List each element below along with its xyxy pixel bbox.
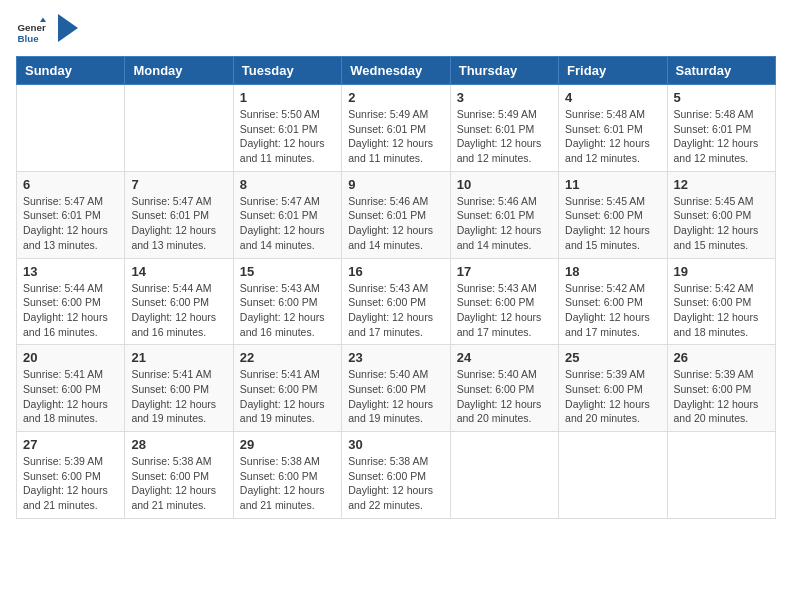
calendar-cell: 24Sunrise: 5:40 AM Sunset: 6:00 PM Dayli… [450, 345, 558, 432]
calendar-cell: 26Sunrise: 5:39 AM Sunset: 6:00 PM Dayli… [667, 345, 775, 432]
day-info: Sunrise: 5:45 AM Sunset: 6:00 PM Dayligh… [674, 194, 769, 253]
day-number: 15 [240, 264, 335, 279]
day-info: Sunrise: 5:50 AM Sunset: 6:01 PM Dayligh… [240, 107, 335, 166]
generalblue-logo-icon: General Blue [16, 16, 46, 46]
calendar-week-4: 20Sunrise: 5:41 AM Sunset: 6:00 PM Dayli… [17, 345, 776, 432]
day-number: 2 [348, 90, 443, 105]
weekday-header-row: SundayMondayTuesdayWednesdayThursdayFrid… [17, 57, 776, 85]
calendar-cell: 4Sunrise: 5:48 AM Sunset: 6:01 PM Daylig… [559, 85, 667, 172]
logo-arrow-icon [58, 14, 78, 42]
day-number: 17 [457, 264, 552, 279]
day-number: 3 [457, 90, 552, 105]
day-info: Sunrise: 5:46 AM Sunset: 6:01 PM Dayligh… [348, 194, 443, 253]
day-info: Sunrise: 5:45 AM Sunset: 6:00 PM Dayligh… [565, 194, 660, 253]
day-info: Sunrise: 5:47 AM Sunset: 6:01 PM Dayligh… [23, 194, 118, 253]
day-number: 4 [565, 90, 660, 105]
calendar-cell [667, 432, 775, 519]
day-info: Sunrise: 5:48 AM Sunset: 6:01 PM Dayligh… [565, 107, 660, 166]
calendar-week-2: 6Sunrise: 5:47 AM Sunset: 6:01 PM Daylig… [17, 171, 776, 258]
calendar-cell: 19Sunrise: 5:42 AM Sunset: 6:00 PM Dayli… [667, 258, 775, 345]
day-info: Sunrise: 5:41 AM Sunset: 6:00 PM Dayligh… [23, 367, 118, 426]
day-number: 13 [23, 264, 118, 279]
calendar-cell: 20Sunrise: 5:41 AM Sunset: 6:00 PM Dayli… [17, 345, 125, 432]
calendar-cell: 1Sunrise: 5:50 AM Sunset: 6:01 PM Daylig… [233, 85, 341, 172]
calendar-week-3: 13Sunrise: 5:44 AM Sunset: 6:00 PM Dayli… [17, 258, 776, 345]
weekday-header-sunday: Sunday [17, 57, 125, 85]
day-number: 23 [348, 350, 443, 365]
day-number: 26 [674, 350, 769, 365]
calendar-cell: 27Sunrise: 5:39 AM Sunset: 6:00 PM Dayli… [17, 432, 125, 519]
day-number: 10 [457, 177, 552, 192]
calendar-cell [125, 85, 233, 172]
day-info: Sunrise: 5:38 AM Sunset: 6:00 PM Dayligh… [240, 454, 335, 513]
calendar-cell: 7Sunrise: 5:47 AM Sunset: 6:01 PM Daylig… [125, 171, 233, 258]
day-number: 11 [565, 177, 660, 192]
calendar-cell [559, 432, 667, 519]
svg-marker-3 [58, 14, 78, 42]
day-number: 24 [457, 350, 552, 365]
calendar-cell: 28Sunrise: 5:38 AM Sunset: 6:00 PM Dayli… [125, 432, 233, 519]
day-number: 28 [131, 437, 226, 452]
weekday-header-monday: Monday [125, 57, 233, 85]
day-info: Sunrise: 5:41 AM Sunset: 6:00 PM Dayligh… [240, 367, 335, 426]
calendar-cell: 3Sunrise: 5:49 AM Sunset: 6:01 PM Daylig… [450, 85, 558, 172]
calendar-cell: 12Sunrise: 5:45 AM Sunset: 6:00 PM Dayli… [667, 171, 775, 258]
day-info: Sunrise: 5:38 AM Sunset: 6:00 PM Dayligh… [131, 454, 226, 513]
calendar-cell: 10Sunrise: 5:46 AM Sunset: 6:01 PM Dayli… [450, 171, 558, 258]
day-info: Sunrise: 5:46 AM Sunset: 6:01 PM Dayligh… [457, 194, 552, 253]
calendar-cell: 2Sunrise: 5:49 AM Sunset: 6:01 PM Daylig… [342, 85, 450, 172]
day-number: 27 [23, 437, 118, 452]
calendar-week-5: 27Sunrise: 5:39 AM Sunset: 6:00 PM Dayli… [17, 432, 776, 519]
svg-marker-2 [40, 18, 46, 23]
calendar-cell [450, 432, 558, 519]
weekday-header-wednesday: Wednesday [342, 57, 450, 85]
day-number: 7 [131, 177, 226, 192]
day-number: 21 [131, 350, 226, 365]
calendar-table: SundayMondayTuesdayWednesdayThursdayFrid… [16, 56, 776, 519]
day-number: 25 [565, 350, 660, 365]
day-info: Sunrise: 5:44 AM Sunset: 6:00 PM Dayligh… [131, 281, 226, 340]
day-info: Sunrise: 5:43 AM Sunset: 6:00 PM Dayligh… [457, 281, 552, 340]
day-info: Sunrise: 5:40 AM Sunset: 6:00 PM Dayligh… [457, 367, 552, 426]
calendar-cell: 22Sunrise: 5:41 AM Sunset: 6:00 PM Dayli… [233, 345, 341, 432]
logo: General Blue [16, 16, 78, 46]
svg-text:General: General [18, 22, 47, 33]
weekday-header-tuesday: Tuesday [233, 57, 341, 85]
day-info: Sunrise: 5:41 AM Sunset: 6:00 PM Dayligh… [131, 367, 226, 426]
day-info: Sunrise: 5:40 AM Sunset: 6:00 PM Dayligh… [348, 367, 443, 426]
day-number: 18 [565, 264, 660, 279]
day-info: Sunrise: 5:43 AM Sunset: 6:00 PM Dayligh… [240, 281, 335, 340]
day-info: Sunrise: 5:42 AM Sunset: 6:00 PM Dayligh… [674, 281, 769, 340]
day-info: Sunrise: 5:48 AM Sunset: 6:01 PM Dayligh… [674, 107, 769, 166]
calendar-cell [17, 85, 125, 172]
day-number: 6 [23, 177, 118, 192]
day-number: 20 [23, 350, 118, 365]
calendar-cell: 29Sunrise: 5:38 AM Sunset: 6:00 PM Dayli… [233, 432, 341, 519]
header: General Blue [16, 16, 776, 46]
day-number: 30 [348, 437, 443, 452]
day-number: 29 [240, 437, 335, 452]
calendar-cell: 18Sunrise: 5:42 AM Sunset: 6:00 PM Dayli… [559, 258, 667, 345]
calendar-cell: 30Sunrise: 5:38 AM Sunset: 6:00 PM Dayli… [342, 432, 450, 519]
calendar-cell: 8Sunrise: 5:47 AM Sunset: 6:01 PM Daylig… [233, 171, 341, 258]
day-info: Sunrise: 5:47 AM Sunset: 6:01 PM Dayligh… [240, 194, 335, 253]
calendar-cell: 21Sunrise: 5:41 AM Sunset: 6:00 PM Dayli… [125, 345, 233, 432]
calendar-week-1: 1Sunrise: 5:50 AM Sunset: 6:01 PM Daylig… [17, 85, 776, 172]
day-number: 1 [240, 90, 335, 105]
day-info: Sunrise: 5:43 AM Sunset: 6:00 PM Dayligh… [348, 281, 443, 340]
calendar-cell: 9Sunrise: 5:46 AM Sunset: 6:01 PM Daylig… [342, 171, 450, 258]
day-number: 22 [240, 350, 335, 365]
day-number: 8 [240, 177, 335, 192]
calendar-cell: 11Sunrise: 5:45 AM Sunset: 6:00 PM Dayli… [559, 171, 667, 258]
day-number: 12 [674, 177, 769, 192]
weekday-header-thursday: Thursday [450, 57, 558, 85]
day-info: Sunrise: 5:39 AM Sunset: 6:00 PM Dayligh… [23, 454, 118, 513]
day-number: 14 [131, 264, 226, 279]
day-info: Sunrise: 5:49 AM Sunset: 6:01 PM Dayligh… [348, 107, 443, 166]
day-info: Sunrise: 5:39 AM Sunset: 6:00 PM Dayligh… [565, 367, 660, 426]
day-info: Sunrise: 5:39 AM Sunset: 6:00 PM Dayligh… [674, 367, 769, 426]
day-number: 5 [674, 90, 769, 105]
weekday-header-saturday: Saturday [667, 57, 775, 85]
day-info: Sunrise: 5:42 AM Sunset: 6:00 PM Dayligh… [565, 281, 660, 340]
day-info: Sunrise: 5:38 AM Sunset: 6:00 PM Dayligh… [348, 454, 443, 513]
